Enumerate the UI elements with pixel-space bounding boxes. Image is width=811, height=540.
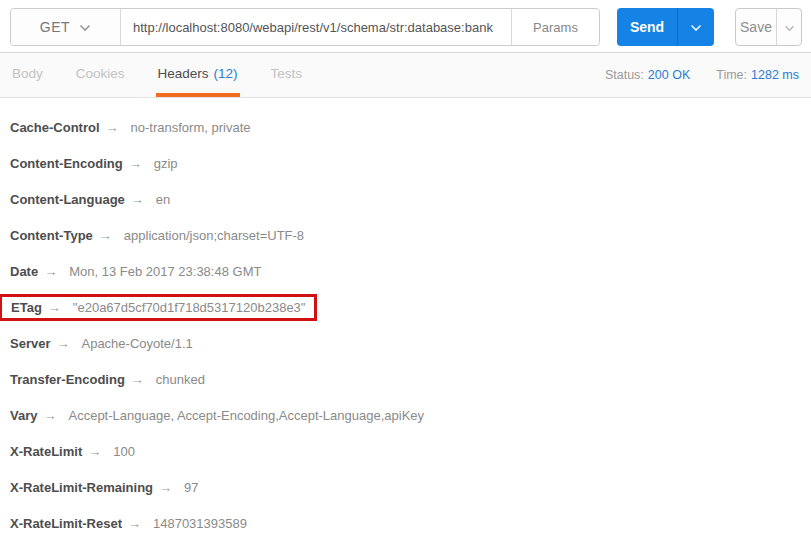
response-headers-list: Cache-Control → no-transform, private Co… — [0, 98, 811, 540]
save-button-group: Save — [735, 8, 802, 46]
response-status-info: Status: 200 OK Time: 1282 ms — [605, 53, 811, 97]
status-value: 200 OK — [648, 68, 690, 82]
header-row-content-encoding: Content-Encoding → gzip — [10, 145, 811, 181]
header-name: X-RateLimit-Reset — [10, 516, 122, 531]
header-value: Accept-Language, Accept-Encoding,Accept-… — [68, 408, 424, 423]
tab-body[interactable]: Body — [10, 53, 45, 97]
header-name: Content-Language — [10, 192, 125, 207]
chevron-down-icon — [690, 18, 702, 36]
url-group: GET Params — [10, 8, 600, 46]
header-value: en — [156, 192, 170, 207]
etag-highlight-box: ETag → "e20a67d5cf70d1f718d5317120b238e3… — [0, 294, 317, 321]
chevron-down-icon — [79, 19, 91, 35]
header-row-x-ratelimit-reset: X-RateLimit-Reset → 1487031393589 — [10, 505, 811, 540]
response-tab-bar: Body Cookies Headers (12) Tests Status: … — [0, 53, 811, 98]
header-row-content-language: Content-Language → en — [10, 181, 811, 217]
header-name: Date — [10, 264, 38, 279]
time-label: Time: — [716, 68, 747, 82]
header-value: 100 — [113, 444, 135, 459]
url-input[interactable] — [121, 9, 511, 45]
header-value: 97 — [184, 480, 198, 495]
header-value: gzip — [154, 156, 178, 171]
arrow-separator: → — [44, 264, 57, 279]
header-name: Server — [10, 336, 50, 351]
arrow-separator: → — [48, 300, 61, 315]
tab-tests-label: Tests — [271, 66, 303, 81]
header-value: Apache-Coyote/1.1 — [81, 336, 192, 351]
header-value: no-transform, private — [131, 120, 251, 135]
arrow-separator: → — [129, 156, 142, 171]
arrow-separator: → — [131, 372, 144, 387]
time-value: 1282 ms — [751, 68, 799, 82]
send-options-button[interactable] — [678, 8, 714, 46]
header-name: X-RateLimit-Remaining — [10, 480, 153, 495]
request-bar: GET Params Send Save — [0, 0, 811, 53]
header-name: Content-Encoding — [10, 156, 123, 171]
header-name: ETag — [11, 300, 42, 315]
header-value: Mon, 13 Feb 2017 23:38:48 GMT — [69, 264, 261, 279]
header-row-x-ratelimit-remaining: X-RateLimit-Remaining → 97 — [10, 469, 811, 505]
header-row-x-ratelimit: X-RateLimit → 100 — [10, 433, 811, 469]
header-row-date: Date → Mon, 13 Feb 2017 23:38:48 GMT — [10, 253, 811, 289]
header-row-etag: ETag → "e20a67d5cf70d1f718d5317120b238e3… — [10, 289, 811, 325]
params-label: Params — [533, 20, 578, 35]
header-name: Transfer-Encoding — [10, 372, 125, 387]
arrow-separator: → — [56, 336, 69, 351]
arrow-separator: → — [43, 408, 56, 423]
tab-headers-count: (12) — [214, 66, 238, 81]
save-options-button[interactable] — [777, 9, 801, 45]
save-button[interactable]: Save — [736, 9, 777, 45]
send-button[interactable]: Send — [617, 8, 678, 46]
tab-tests[interactable]: Tests — [269, 53, 305, 97]
arrow-separator: → — [131, 192, 144, 207]
tab-cookies-label: Cookies — [76, 66, 125, 81]
header-row-transfer-encoding: Transfer-Encoding → chunked — [10, 361, 811, 397]
method-label: GET — [40, 19, 70, 35]
header-value: application/json;charset=UTF-8 — [124, 228, 304, 243]
header-value: "e20a67d5cf70d1f718d5317120b238e3" — [73, 300, 306, 315]
params-button[interactable]: Params — [511, 9, 599, 45]
header-name: Vary — [10, 408, 37, 423]
header-name: X-RateLimit — [10, 444, 82, 459]
arrow-separator: → — [88, 444, 101, 459]
header-value: 1487031393589 — [153, 516, 247, 531]
arrow-separator: → — [159, 480, 172, 495]
send-button-group: Send — [617, 8, 714, 46]
arrow-separator: → — [106, 120, 119, 135]
header-row-server: Server → Apache-Coyote/1.1 — [10, 325, 811, 361]
arrow-separator: → — [128, 516, 141, 531]
arrow-separator: → — [99, 228, 112, 243]
method-dropdown[interactable]: GET — [11, 9, 121, 45]
header-row-content-type: Content-Type → application/json;charset=… — [10, 217, 811, 253]
header-row-cache-control: Cache-Control → no-transform, private — [10, 109, 811, 145]
tab-cookies[interactable]: Cookies — [74, 53, 127, 97]
header-row-vary: Vary → Accept-Language, Accept-Encoding,… — [10, 397, 811, 433]
chevron-down-icon — [784, 18, 795, 36]
header-value: chunked — [156, 372, 205, 387]
status-label: Status: — [605, 68, 644, 82]
header-name: Cache-Control — [10, 120, 100, 135]
tab-body-label: Body — [12, 66, 43, 81]
header-name: Content-Type — [10, 228, 93, 243]
tab-headers-label: Headers — [158, 66, 209, 81]
tab-headers[interactable]: Headers (12) — [156, 53, 240, 97]
